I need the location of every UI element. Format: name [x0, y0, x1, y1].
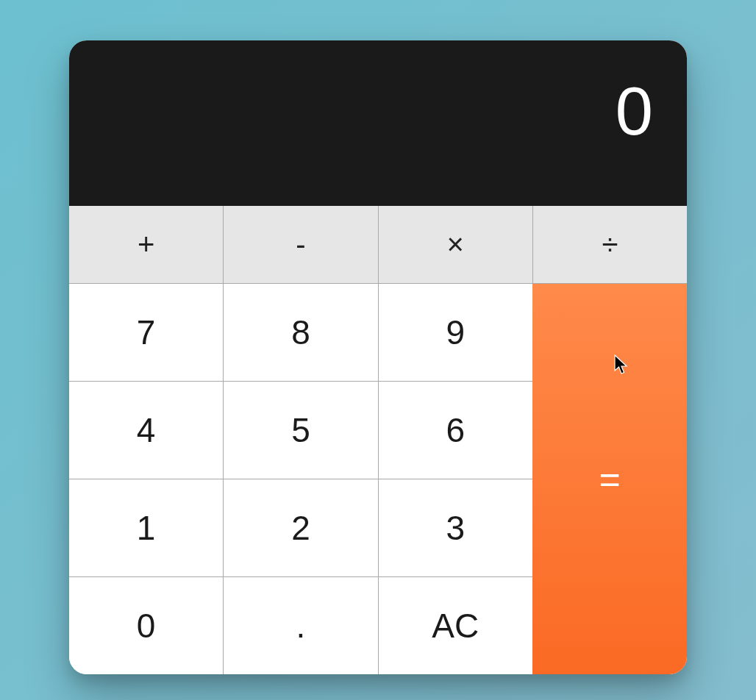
plus-icon: +	[138, 228, 154, 261]
digit-6-button[interactable]: 6	[379, 381, 532, 479]
display: 0	[69, 40, 687, 206]
numeric-area: 7 8 9 4 5 6 1 2 3 0 . AC =	[69, 283, 687, 674]
decimal-button[interactable]: .	[224, 576, 378, 674]
digit-grid: 7 8 9 4 5 6 1 2 3 0 . AC	[69, 283, 532, 674]
digit-5-label: 5	[291, 410, 310, 450]
digit-5-button[interactable]: 5	[224, 381, 378, 479]
clear-label: AC	[432, 606, 479, 646]
multiply-button[interactable]: ×	[379, 206, 533, 283]
calculator: 0 + - × ÷ 7 8 9 4 5 6 1 2 3 0	[69, 40, 687, 674]
digit-0-label: 0	[137, 606, 156, 646]
clear-button[interactable]: AC	[379, 576, 532, 674]
minus-icon: -	[296, 228, 305, 261]
digit-1-label: 1	[137, 508, 156, 548]
decimal-label: .	[296, 606, 306, 646]
multiply-icon: ×	[446, 228, 463, 261]
digit-3-button[interactable]: 3	[379, 479, 532, 576]
digit-9-button[interactable]: 9	[379, 283, 532, 381]
digit-2-label: 2	[291, 508, 310, 548]
equals-button[interactable]: =	[532, 283, 687, 674]
display-value: 0	[616, 77, 653, 145]
digit-4-label: 4	[137, 410, 156, 450]
digit-8-button[interactable]: 8	[224, 283, 378, 381]
digit-9-label: 9	[446, 312, 466, 352]
digit-6-label: 6	[446, 410, 466, 450]
digit-1-button[interactable]: 1	[69, 479, 224, 576]
digit-3-label: 3	[446, 508, 466, 548]
digit-7-button[interactable]: 7	[69, 283, 224, 381]
subtract-button[interactable]: -	[224, 206, 378, 283]
divide-icon: ÷	[602, 228, 618, 261]
digit-2-button[interactable]: 2	[224, 479, 378, 576]
digit-4-button[interactable]: 4	[69, 381, 224, 479]
operator-row: + - × ÷	[69, 206, 687, 283]
digit-0-button[interactable]: 0	[69, 576, 224, 674]
add-button[interactable]: +	[69, 206, 224, 283]
digit-7-label: 7	[137, 312, 156, 352]
divide-button[interactable]: ÷	[533, 206, 687, 283]
digit-8-label: 8	[291, 312, 310, 352]
equals-icon: =	[599, 458, 620, 501]
